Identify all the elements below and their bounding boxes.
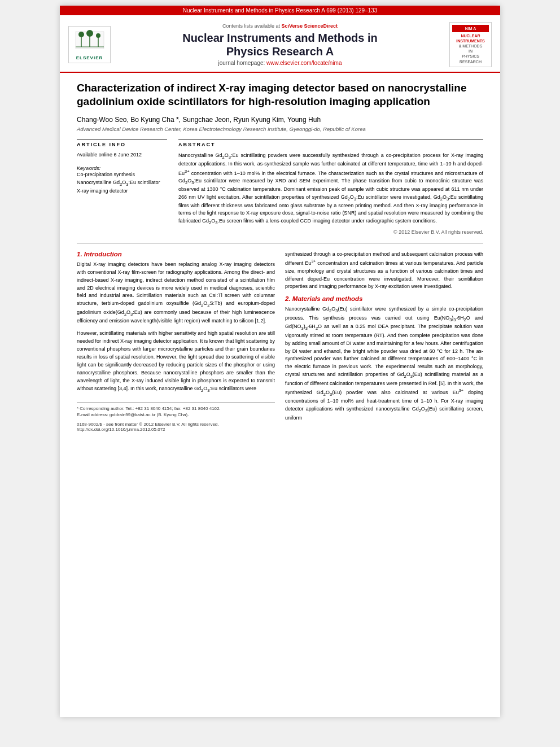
elsevier-logo: ELSEVIER bbox=[68, 26, 111, 63]
section1-right-para: synthesized through a co-precipitation m… bbox=[285, 251, 483, 291]
sciverse-link[interactable]: SciVerse ScienceDirect bbox=[281, 23, 338, 29]
article-info-panel: ARTICLE INFO Available online 6 June 201… bbox=[77, 139, 167, 235]
section2-title: 2. Materials and methods bbox=[285, 295, 483, 302]
issn-text: 0168-9002/$ - see front matter © 2012 El… bbox=[77, 422, 275, 427]
elsevier-logo-image bbox=[73, 29, 107, 51]
badge-line4: IN bbox=[452, 49, 489, 54]
keyword-1: Co-precipitation synthesis bbox=[77, 171, 167, 179]
section-divider bbox=[77, 243, 483, 244]
journal-homepage: journal homepage: www.elsevier.com/locat… bbox=[116, 60, 444, 66]
left-column: 1. Introduction Digital X-ray imaging de… bbox=[77, 251, 275, 432]
section1-para1: Digital X-ray imaging detectors have bee… bbox=[77, 261, 275, 325]
footnote-area: * Corresponding author. Tel.: +82 31 804… bbox=[77, 402, 275, 431]
journal-header: ELSEVIER Contents lists available at Sci… bbox=[60, 15, 500, 73]
keyword-3: X-ray imaging detector bbox=[77, 187, 167, 195]
journal-title: Nuclear Instruments and Methods in Physi… bbox=[116, 31, 444, 58]
abstract-text: Nanocrystalline Gd2O3:Eu scintillating p… bbox=[178, 152, 483, 226]
copyright: © 2012 Elsevier B.V. All rights reserved… bbox=[178, 229, 483, 235]
badge-line6: RESEARCH bbox=[452, 59, 489, 64]
svg-point-4 bbox=[86, 30, 93, 37]
available-online: Available online 6 June 2012 bbox=[77, 152, 167, 158]
right-column: synthesized through a co-precipitation m… bbox=[285, 251, 483, 432]
section1-para2: However, scintillating materials with hi… bbox=[77, 330, 275, 394]
journal-badge: NIM A NUCLEAR INSTRUMENTS & METHODS IN P… bbox=[449, 22, 492, 67]
journal-center: Contents lists available at SciVerse Sci… bbox=[116, 23, 444, 66]
citation-text: Nuclear Instruments and Methods in Physi… bbox=[183, 7, 378, 14]
doi-text: http://dx.doi.org/10.1016/j.nima.2012.05… bbox=[77, 427, 275, 432]
authors: Chang-Woo Seo, Bo Kyung Cha *, Sungchae … bbox=[77, 116, 483, 124]
section1-title: 1. Introduction bbox=[77, 251, 275, 257]
article-content: Characterization of indirect X-ray imagi… bbox=[60, 73, 500, 443]
article-title: Characterization of indirect X-ray imagi… bbox=[77, 81, 483, 109]
svg-point-6 bbox=[96, 33, 100, 38]
body-content: 1. Introduction Digital X-ray imaging de… bbox=[77, 251, 483, 432]
journal-citation-bar: Nuclear Instruments and Methods in Physi… bbox=[60, 6, 500, 15]
article-info-header: ARTICLE INFO bbox=[77, 139, 167, 147]
keyword-2: Nanocrystalline Gd2O3:Eu scintillator bbox=[77, 179, 167, 187]
footnote-email: E-mail address: goldrain99@kaist.ac.kr (… bbox=[77, 412, 275, 418]
abstract-panel: ABSTRACT Nanocrystalline Gd2O3:Eu scinti… bbox=[178, 139, 483, 235]
abstract-header: ABSTRACT bbox=[178, 139, 483, 147]
keywords-list: Co-precipitation synthesis Nanocrystalli… bbox=[77, 171, 167, 195]
section2-para1: Nanocrystalline Gd2O3(Eu) scintillator w… bbox=[285, 305, 483, 422]
homepage-url[interactable]: www.elsevier.com/locate/nima bbox=[266, 60, 342, 66]
badge-header: NIM A bbox=[452, 25, 489, 32]
badge-line2: INSTRUMENTS bbox=[452, 38, 489, 43]
affiliation: Advanced Medical Device Research Center,… bbox=[77, 126, 483, 132]
badge-line1: NUCLEAR bbox=[452, 33, 489, 38]
badge-line3: & METHODS bbox=[452, 43, 489, 49]
article-info-abstract: ARTICLE INFO Available online 6 June 201… bbox=[77, 139, 483, 235]
elsevier-name: ELSEVIER bbox=[71, 55, 108, 60]
svg-point-2 bbox=[78, 32, 84, 37]
doi-area: 0168-9002/$ - see front matter © 2012 El… bbox=[77, 422, 275, 432]
page: Nuclear Instruments and Methods in Physi… bbox=[60, 6, 500, 717]
badge-line5: PHYSICS bbox=[452, 54, 489, 59]
footnote-corresponding: * Corresponding author. Tel.: +82 31 804… bbox=[77, 405, 275, 412]
sciverse-line: Contents lists available at SciVerse Sci… bbox=[116, 23, 444, 29]
keywords-label: Keywords: bbox=[77, 165, 167, 171]
